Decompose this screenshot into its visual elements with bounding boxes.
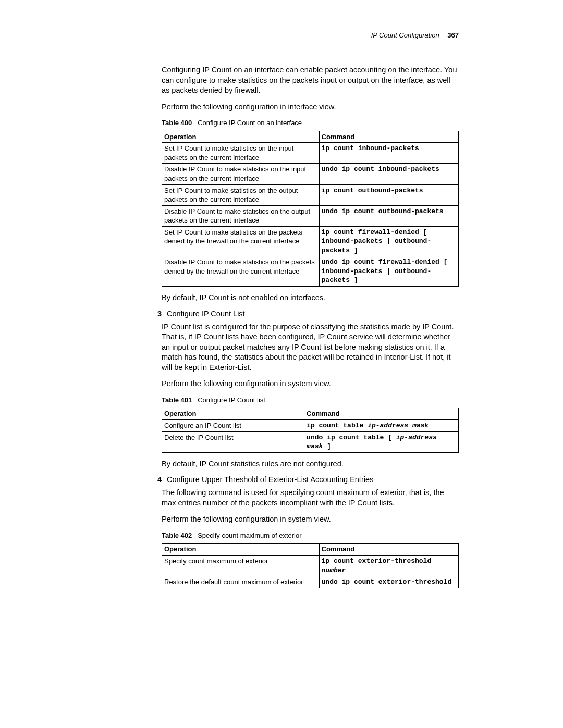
- table-402: Operation Command Specify count maximum …: [162, 543, 459, 588]
- step-4-perform: Perform the following configuration in s…: [162, 514, 459, 525]
- table-401: Operation Command Configure an IP Count …: [162, 408, 459, 452]
- table-401-head-op: Operation: [162, 408, 304, 420]
- table-row: Delete the IP Count list undo ip count t…: [162, 431, 459, 452]
- table-400-caption-text: Configure IP Count on an interface: [198, 119, 302, 127]
- step-4-paragraph: The following command is used for specif…: [162, 488, 459, 508]
- table-401-caption-text: Configure IP Count list: [198, 396, 265, 404]
- table-row: Set IP Count to make statistics on the p…: [162, 226, 459, 256]
- table-401-head-cmd: Command: [304, 408, 459, 420]
- step-3-paragraph: IP Count list is configured for the purp…: [162, 322, 459, 373]
- step-3-number: 3: [146, 310, 162, 318]
- table-row: Disable IP Count to make statistics on t…: [162, 205, 459, 226]
- step-3-perform: Perform the following configuration in s…: [162, 379, 459, 389]
- table-401-caption: Table 401 Configure IP Count list: [162, 396, 459, 405]
- table-402-label: Table 402: [162, 532, 192, 539]
- step-4-heading: 4 Configure Upper Threshold of Exterior-…: [146, 475, 459, 484]
- table-row: Set IP Count to make statistics on the i…: [162, 143, 459, 164]
- after-table-401: By default, IP Count statistics rules ar…: [162, 459, 459, 470]
- document-page: IP Count Configuration 367 Configuring I…: [0, 0, 563, 626]
- table-row: Disable IP Count to make statistics on t…: [162, 164, 459, 184]
- table-row: Disable IP Count to make statistics on t…: [162, 256, 459, 287]
- page-header: IP Count Configuration 367: [146, 31, 459, 39]
- intro-paragraph: Configuring IP Count on an interface can…: [162, 65, 459, 96]
- header-title: IP Count Configuration: [371, 31, 439, 39]
- intro-perform: Perform the following configuration in i…: [162, 102, 459, 113]
- step-3-title: Configure IP Count List: [167, 310, 245, 318]
- table-402-caption: Table 402 Specify count maximum of exter…: [162, 531, 459, 540]
- table-402-caption-text: Specify count maximum of exterior: [198, 532, 301, 539]
- table-402-head-op: Operation: [162, 544, 320, 556]
- table-401-label: Table 401: [162, 396, 192, 404]
- step-3-heading: 3 Configure IP Count List: [146, 310, 459, 318]
- step-4-number: 4: [146, 475, 162, 484]
- table-400-head-op: Operation: [162, 131, 320, 143]
- table-400-head-cmd: Command: [319, 131, 458, 143]
- table-400: Operation Command Set IP Count to make s…: [162, 131, 459, 287]
- table-row: Set IP Count to make statistics on the o…: [162, 184, 459, 205]
- after-table-400: By default, IP Count is not enabled on i…: [162, 293, 459, 303]
- table-400-caption: Table 400 Configure IP Count on an inter…: [162, 118, 459, 128]
- step-4-title: Configure Upper Threshold of Exterior-Li…: [167, 475, 373, 484]
- table-402-head-cmd: Command: [319, 544, 458, 556]
- page-number: 367: [447, 31, 459, 39]
- table-row: Restore the default count maximum of ext…: [162, 576, 459, 588]
- table-400-label: Table 400: [162, 119, 192, 127]
- table-row: Specify count maximum of exterior ip cou…: [162, 556, 459, 576]
- table-row: Configure an IP Count list ip count tabl…: [162, 420, 459, 432]
